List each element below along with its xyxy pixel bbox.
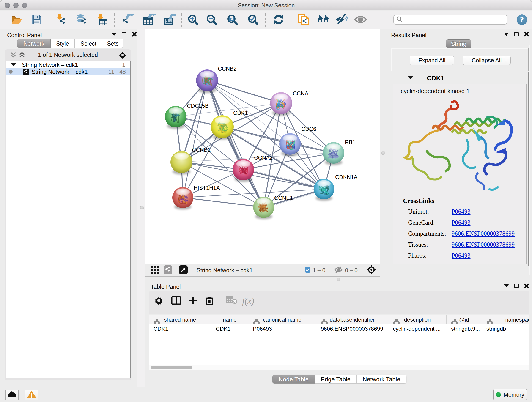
home-button[interactable] bbox=[317, 13, 330, 27]
control-panel-float-button[interactable] bbox=[112, 32, 117, 36]
table-panel-title: Table Panel bbox=[151, 283, 181, 290]
table-cell[interactable]: P06493 bbox=[253, 326, 314, 332]
save-button[interactable] bbox=[30, 13, 43, 27]
table-tab-node-table[interactable]: Node Table bbox=[272, 375, 315, 384]
crosslink-link[interactable]: 9606.ENSP00000378699 bbox=[452, 230, 515, 237]
column-header--id[interactable]: @id bbox=[447, 315, 482, 324]
crosslinks-section: CrossLinks Uniprot: P06493 GeneCard: P06… bbox=[403, 197, 525, 263]
table-cell[interactable]: stringdb bbox=[486, 326, 530, 332]
crosslink-link[interactable]: 9606.ENSP00000378699 bbox=[452, 241, 515, 248]
collection-count: 1 bbox=[122, 62, 125, 68]
plus-icon[interactable] bbox=[189, 296, 198, 306]
expand-all-button[interactable]: Expand All bbox=[410, 56, 454, 65]
zoom-selected-button[interactable] bbox=[246, 13, 260, 27]
table-tab-network-table[interactable]: Network Table bbox=[357, 375, 406, 384]
column-header-name[interactable]: name bbox=[211, 315, 248, 324]
zoom-out-icon bbox=[206, 14, 217, 26]
scrollbar-thumb[interactable] bbox=[151, 366, 192, 369]
zoom-fit-icon bbox=[227, 14, 238, 26]
search-input[interactable] bbox=[403, 15, 507, 24]
crosslink-link[interactable]: P06493 bbox=[452, 252, 471, 259]
column-header-description[interactable]: description bbox=[388, 315, 447, 324]
import-network-db-button[interactable] bbox=[75, 13, 89, 27]
results-panel-close-button[interactable] bbox=[524, 32, 529, 37]
horizontal-splitter-handle[interactable] bbox=[336, 278, 341, 281]
table-panel-close-button[interactable] bbox=[524, 283, 529, 288]
status-bar: Memory bbox=[0, 387, 532, 402]
table-horizontal-scrollbar[interactable] bbox=[149, 365, 529, 370]
network-graph[interactable]: CCNB2 CCNA1 CDC25B CDK1 CDC6 R bbox=[145, 29, 380, 263]
results-panel-maximize-button[interactable] bbox=[514, 32, 519, 36]
table-cell[interactable]: CDK1 bbox=[216, 326, 247, 332]
crosslink-link[interactable]: P06493 bbox=[452, 219, 471, 226]
right-splitter[interactable] bbox=[380, 29, 390, 277]
network-collection-row[interactable]: String Network – cdk1 1 bbox=[6, 61, 130, 68]
help-button[interactable]: ? bbox=[517, 14, 527, 25]
control-panel-maximize-button[interactable] bbox=[122, 32, 127, 36]
network-view-canvas[interactable]: CCNB2 CCNA1 CDC25B CDK1 CDC6 R bbox=[145, 29, 380, 264]
export-image-icon bbox=[164, 13, 177, 26]
control-tab-style[interactable]: Style bbox=[51, 39, 75, 48]
delete-table-icon bbox=[226, 296, 238, 305]
left-splitter-handle[interactable] bbox=[140, 206, 144, 210]
left-splitter[interactable] bbox=[137, 29, 145, 387]
gear-icon[interactable] bbox=[154, 296, 163, 306]
memory-label: Memory bbox=[504, 391, 524, 398]
birdseye-crosshair-icon[interactable] bbox=[367, 265, 376, 275]
right-splitter-handle[interactable] bbox=[381, 151, 385, 155]
warning-icon bbox=[27, 390, 37, 400]
table-cell[interactable]: 9606.ENSP00000378699 bbox=[321, 326, 386, 332]
control-tab-network[interactable]: Network bbox=[17, 39, 51, 48]
results-panel-float-button[interactable] bbox=[504, 32, 509, 36]
results-tab-string[interactable]: String bbox=[446, 39, 471, 48]
export-network-button[interactable] bbox=[121, 13, 134, 27]
gene-expander-icon[interactable] bbox=[408, 76, 413, 79]
control-tab-sets[interactable]: Sets bbox=[102, 39, 123, 48]
column-header-namespace[interactable]: namespace bbox=[482, 315, 530, 324]
zoom-in-button[interactable] bbox=[186, 13, 200, 27]
table-panel-float-button[interactable] bbox=[504, 284, 509, 287]
crosslink-link[interactable]: P06493 bbox=[452, 208, 471, 215]
split-columns-icon[interactable] bbox=[171, 296, 181, 306]
open-folder-button[interactable] bbox=[10, 13, 23, 27]
search-field[interactable] bbox=[393, 15, 507, 25]
import-table-file-button[interactable] bbox=[96, 13, 109, 27]
table-panel-maximize-button[interactable] bbox=[514, 284, 519, 288]
clone-network-button[interactable] bbox=[297, 13, 310, 27]
table-cell[interactable]: stringdb:9... bbox=[451, 326, 480, 332]
detach-view-button[interactable] bbox=[179, 265, 188, 275]
column-header-database-identifier[interactable]: database identifier bbox=[316, 315, 388, 324]
table-tab-edge-table[interactable]: Edge Table bbox=[315, 375, 357, 384]
network-selection-bar: 1 of 1 Network selected bbox=[5, 49, 131, 61]
control-tab-select[interactable]: Select bbox=[75, 39, 102, 48]
zoom-fit-button[interactable] bbox=[225, 13, 239, 27]
selected-checkbox-icon[interactable] bbox=[305, 267, 310, 274]
svg-text:CCNB2: CCNB2 bbox=[218, 65, 236, 72]
column-header-canonical-name[interactable]: canonical name bbox=[248, 315, 316, 324]
collection-expander-icon[interactable] bbox=[11, 64, 16, 66]
trash-icon[interactable] bbox=[206, 296, 214, 306]
refresh-button[interactable] bbox=[272, 13, 285, 27]
network-edge-count: 48 bbox=[119, 69, 126, 75]
horizontal-splitter[interactable] bbox=[145, 277, 532, 283]
control-panel-close-button[interactable] bbox=[132, 32, 137, 37]
import-network-file-button[interactable] bbox=[56, 13, 69, 27]
table-cell[interactable]: cyclin-dependent ... bbox=[393, 326, 445, 332]
network-row-selected[interactable]: String Network – cdk1 11 48 bbox=[6, 68, 130, 75]
export-table-button[interactable] bbox=[143, 13, 156, 27]
export-image-button[interactable] bbox=[163, 13, 177, 27]
hide-selected-button[interactable] bbox=[336, 13, 349, 27]
fx-icon: f(x) bbox=[242, 296, 254, 306]
table-cell[interactable]: CDK1 bbox=[153, 326, 209, 332]
collapse-all-button[interactable]: Collapse All bbox=[462, 56, 511, 65]
node-table[interactable]: shared name name canonical name database… bbox=[149, 315, 530, 370]
gear-icon[interactable] bbox=[119, 51, 126, 60]
cloud-button[interactable] bbox=[5, 390, 19, 400]
birdseye-grid-icon[interactable] bbox=[151, 266, 159, 275]
memory-button[interactable]: Memory bbox=[493, 389, 527, 400]
gene-header-row[interactable]: CDK1 bbox=[391, 72, 528, 84]
warnings-button[interactable] bbox=[25, 390, 38, 400]
column-header-shared-name[interactable]: shared name bbox=[149, 315, 211, 324]
show-all-button[interactable] bbox=[354, 13, 367, 27]
zoom-out-button[interactable] bbox=[205, 13, 218, 27]
